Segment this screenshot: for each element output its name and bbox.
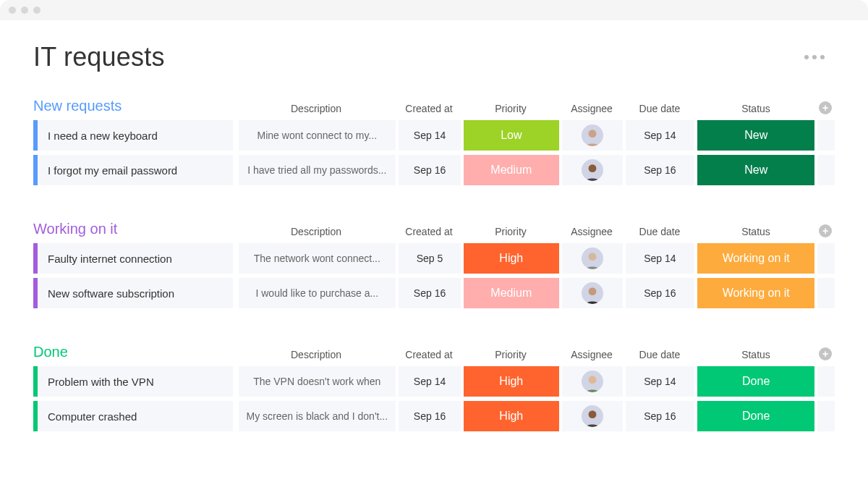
col-header-priority[interactable]: Priority [461,349,560,360]
task-description-cell[interactable]: My screen is black and I don't... [239,401,396,431]
window-close-dot[interactable] [9,7,16,14]
col-header-assignee[interactable]: Assignee [560,349,624,360]
col-header-created-at[interactable]: Created at [396,349,461,360]
svg-point-0 [588,130,596,138]
task-assignee-cell[interactable] [562,401,623,431]
task-row[interactable]: I forgot my email password I have tried … [33,155,835,185]
task-created-cell[interactable]: Sep 5 [399,243,461,274]
col-header-created-at[interactable]: Created at [396,103,461,114]
task-trailing-cell[interactable] [817,278,835,308]
task-row[interactable]: I need a new keyboard Mine wont connect … [33,120,835,151]
task-title-cell[interactable]: New software subscription [38,278,233,308]
task-status-cell[interactable]: Done [697,401,814,431]
task-due-cell[interactable]: Sep 14 [626,120,695,151]
task-status-cell[interactable]: New [697,120,814,151]
task-priority-cell[interactable]: Medium [464,155,559,185]
task-created-cell[interactable]: Sep 16 [399,155,461,185]
task-description-cell[interactable]: The VPN doesn't work when [239,366,396,397]
task-title-cell[interactable]: Computer crashed [38,401,233,431]
col-header-status[interactable]: Status [696,103,816,114]
task-description-cell[interactable]: Mine wont connect to my... [239,120,396,151]
task-description-cell[interactable]: The network wont connect... [239,243,396,274]
avatar-icon [582,159,603,181]
task-created-cell[interactable]: Sep 14 [399,120,461,151]
avatar-icon [582,282,603,304]
col-header-assignee[interactable]: Assignee [560,226,624,237]
task-priority-cell[interactable]: Medium [464,278,559,308]
task-due-cell[interactable]: Sep 16 [626,278,695,308]
task-description-cell[interactable]: I have tried all my passwords... [239,155,396,185]
col-header-created-at[interactable]: Created at [396,226,461,237]
col-header-due-date[interactable]: Due date [624,226,696,237]
avatar-icon [582,248,603,269]
task-due-cell[interactable]: Sep 14 [626,243,695,274]
more-menu-button[interactable] [804,55,835,59]
svg-point-1 [588,164,596,172]
task-status-cell[interactable]: New [697,155,814,185]
task-assignee-cell[interactable] [562,366,623,397]
task-row[interactable]: New software subscription I would like t… [33,278,835,308]
col-header-due-date[interactable]: Due date [624,103,696,114]
col-header-status[interactable]: Status [696,226,816,237]
task-created-cell[interactable]: Sep 14 [399,366,461,397]
add-column-button[interactable]: + [819,101,832,114]
group-title[interactable]: Working on it [33,221,236,237]
task-priority-cell[interactable]: Low [464,120,559,151]
window-chrome [0,0,868,20]
group-title[interactable]: New requests [33,98,236,114]
task-priority-cell[interactable]: High [464,401,559,431]
task-row[interactable]: Computer crashed My screen is black and … [33,401,835,431]
group-title[interactable]: Done [33,344,236,360]
task-due-cell[interactable]: Sep 16 [626,155,695,185]
task-trailing-cell[interactable] [817,120,835,151]
task-trailing-cell[interactable] [817,366,835,397]
window-zoom-dot[interactable] [33,7,41,14]
avatar-icon [582,124,603,146]
task-row[interactable]: Problem with the VPN The VPN doesn't wor… [33,366,835,397]
task-title-cell[interactable]: I need a new keyboard [38,120,233,151]
task-created-cell[interactable]: Sep 16 [399,278,461,308]
task-title-cell[interactable]: Problem with the VPN [38,366,233,397]
group-new-requests: New requests Description Created at Prio… [33,94,835,185]
task-title-cell[interactable]: Faulty internet connection [38,243,233,274]
task-description-cell[interactable]: I would like to purchase a... [239,278,396,308]
task-title-cell[interactable]: I forgot my email password [38,155,233,185]
task-trailing-cell[interactable] [817,401,835,431]
task-due-cell[interactable]: Sep 14 [626,366,695,397]
task-assignee-cell[interactable] [562,120,623,151]
group-done: Done Description Created at Priority Ass… [33,340,835,431]
col-header-description[interactable]: Description [236,103,396,114]
task-trailing-cell[interactable] [817,243,835,274]
task-status-cell[interactable]: Working on it [697,278,814,308]
col-header-status[interactable]: Status [696,349,816,360]
add-column-button[interactable]: + [819,347,832,360]
task-created-cell[interactable]: Sep 16 [399,401,461,431]
page-title: IT requests [33,42,165,72]
task-status-cell[interactable]: Done [697,366,814,397]
avatar-icon [582,371,603,392]
task-priority-cell[interactable]: High [464,243,559,274]
svg-point-4 [588,376,596,384]
group-working-on-it: Working on it Description Created at Pri… [33,217,835,308]
task-row[interactable]: Faulty internet connection The network w… [33,243,835,274]
col-header-description[interactable]: Description [236,349,396,360]
window-minimize-dot[interactable] [21,7,28,14]
task-trailing-cell[interactable] [817,155,835,185]
avatar-icon [582,405,603,427]
col-header-assignee[interactable]: Assignee [560,103,624,114]
task-assignee-cell[interactable] [562,155,623,185]
svg-point-5 [588,410,596,418]
task-assignee-cell[interactable] [562,243,623,274]
task-assignee-cell[interactable] [562,278,623,308]
add-column-button[interactable]: + [819,224,832,237]
col-header-due-date[interactable]: Due date [624,349,696,360]
task-due-cell[interactable]: Sep 16 [626,401,695,431]
task-status-cell[interactable]: Working on it [697,243,814,274]
svg-point-3 [588,287,596,295]
col-header-priority[interactable]: Priority [461,103,560,114]
svg-point-2 [588,253,596,261]
task-priority-cell[interactable]: High [464,366,559,397]
col-header-priority[interactable]: Priority [461,226,560,237]
col-header-description[interactable]: Description [236,226,396,237]
